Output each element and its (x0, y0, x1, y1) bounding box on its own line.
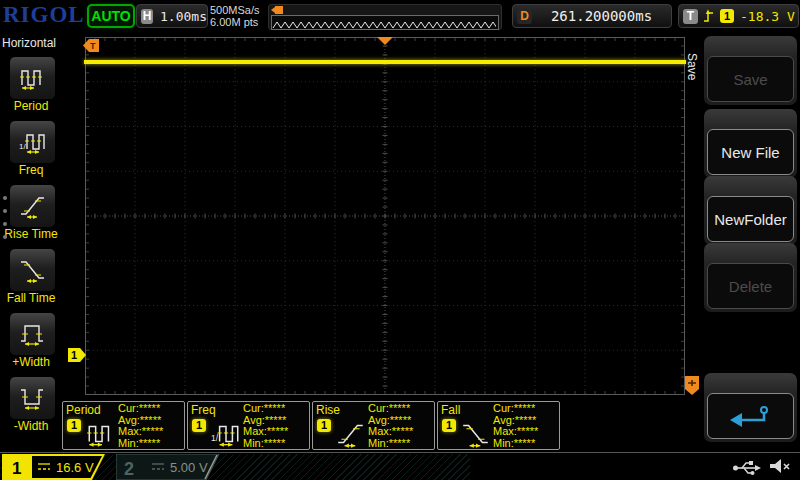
rise-icon (335, 420, 367, 448)
measurement-channel-badge: 1 (67, 419, 81, 432)
stat-value: ***** (514, 402, 535, 414)
sidebar-item-period-label: Period (0, 99, 62, 113)
sidebar-item-rise-time[interactable] (9, 184, 56, 228)
sidebar-item-minus-width[interactable] (9, 376, 56, 420)
sidebar-item-freq[interactable]: 1/ (9, 120, 56, 164)
measurement-name: Freq (191, 403, 216, 417)
stat-value: ***** (389, 437, 410, 449)
stat-value: ***** (140, 414, 161, 426)
memory-depth: 6.00M pts (210, 16, 260, 28)
measurement-panel-freq: Freq 1 1/ Cur:***** Avg:***** Max:***** … (187, 401, 310, 450)
delay-value: 261.200000ms (551, 8, 652, 24)
delete-button[interactable]: Delete (707, 263, 794, 309)
channel-status-bar: 1 16.6 V 2 5.00 V (0, 452, 800, 480)
trigger-source-chip: 1 (720, 9, 734, 23)
sidebar-item-plus-width[interactable] (9, 312, 56, 356)
stat-value: ***** (517, 425, 538, 437)
measurement-stats: Cur:***** Avg:***** Max:***** Min:***** (493, 403, 538, 449)
stat-value: ***** (265, 414, 286, 426)
save-button[interactable]: Save (707, 56, 794, 102)
sidebar-item-period[interactable] (9, 56, 56, 100)
stat-value: ***** (264, 402, 285, 414)
measurement-panel-period: Period 1 Cur:***** Avg:***** Max:***** M… (62, 401, 185, 450)
measurement-name: Period (66, 403, 101, 417)
minus-width-icon (18, 385, 48, 411)
trigger-level-marker (685, 376, 700, 396)
stat-value: ***** (515, 414, 536, 426)
stat-value: ***** (267, 425, 288, 437)
timebase-value: 1.00ms (160, 9, 207, 24)
stat-value: ***** (264, 437, 285, 449)
freq-icon: 1/ (18, 129, 48, 155)
freq-icon: 1/ (210, 420, 242, 448)
stat-value: ***** (392, 425, 413, 437)
svg-text:1/: 1/ (19, 142, 26, 151)
trigger-readout-box: T 1 -18.3 V (678, 4, 799, 28)
channel1-trace (84, 60, 686, 64)
rising-edge-icon (702, 8, 715, 24)
page-dot (3, 209, 7, 213)
trigger-level-value: -18.3 V (740, 9, 795, 24)
measurement-stats: Cur:***** Avg:***** Max:***** Min:***** (243, 403, 288, 449)
return-arrow-icon (728, 403, 774, 429)
trigger-position-marker (377, 37, 393, 45)
new-file-button[interactable]: New File (707, 129, 794, 175)
top-status-bar: RIGOL AUTO H 1.00ms 500MSa/s 6.00M pts D… (0, 0, 800, 31)
new-file-button-slot: New File (704, 109, 797, 178)
channel2-indicator[interactable]: 2 5.00 V (116, 454, 228, 480)
sidebar-item-minus-width-label: -Width (0, 419, 62, 433)
memory-position-arrow-icon (270, 6, 284, 14)
measurement-channel-badge: 1 (442, 419, 456, 432)
svg-text:1/: 1/ (211, 433, 219, 443)
memory-waveform-strip (271, 15, 499, 30)
stat-value: ***** (139, 402, 160, 414)
svg-text:1: 1 (71, 349, 77, 361)
channel1-indicator[interactable]: 1 16.6 V (2, 454, 114, 480)
stat-value: ***** (389, 402, 410, 414)
svg-text:2: 2 (124, 459, 134, 479)
svg-text:5.00 V: 5.00 V (170, 460, 208, 475)
usb-icon (732, 456, 762, 476)
acquisition-status-badge: AUTO (87, 4, 135, 28)
period-icon (85, 420, 117, 448)
h-key-chip: H (141, 9, 153, 24)
sample-rate: 500MSa/s (210, 4, 260, 16)
status-icons (732, 456, 792, 476)
t-key-chip: T (683, 9, 698, 24)
sidebar-item-freq-label: Freq (0, 163, 62, 177)
speaker-muted-icon (768, 456, 792, 476)
measurement-channel-badge: 1 (192, 419, 206, 432)
measurement-name: Fall (441, 403, 460, 417)
measurement-strip: Period 1 Cur:***** Avg:***** Max:***** M… (62, 401, 560, 450)
sidebar-item-fall-time[interactable] (9, 248, 56, 292)
save-button-slot: Save (704, 36, 797, 105)
fall-icon (460, 420, 492, 448)
save-soft-menu: Save Save New File NewFolder Delete (700, 31, 800, 452)
graticule (85, 37, 685, 395)
waveform-memory-preview (268, 4, 502, 30)
waveform-display-area: T 1 (85, 37, 685, 395)
stat-value: ***** (139, 437, 160, 449)
measurement-stats: Cur:***** Avg:***** Max:***** Min:***** (118, 403, 163, 449)
svg-text:16.6 V: 16.6 V (56, 460, 94, 475)
trigger-time-marker: T (83, 39, 100, 52)
new-folder-button[interactable]: NewFolder (707, 196, 794, 242)
back-button[interactable] (707, 393, 794, 439)
horizontal-timebase-box: H 1.00ms (136, 4, 208, 28)
rise-time-icon (18, 193, 48, 219)
fall-time-icon (18, 257, 48, 283)
measurement-channel-badge: 1 (317, 419, 331, 432)
sidebar-title: Horizontal (2, 36, 56, 50)
back-button-slot (704, 373, 797, 442)
period-icon (18, 65, 48, 91)
oscilloscope-screen: RIGOL AUTO H 1.00ms 500MSa/s 6.00M pts D… (0, 0, 800, 480)
channel1-level-marker: 1 (68, 348, 87, 362)
rigol-logo: RIGOL (3, 2, 85, 28)
page-dot (3, 222, 7, 226)
sidebar-item-fall-time-label: Fall Time (0, 291, 62, 305)
measurement-panel-fall: Fall 1 Cur:***** Avg:***** Max:***** Min… (437, 401, 560, 450)
stat-value: ***** (142, 425, 163, 437)
plus-width-icon (18, 321, 48, 347)
page-dot (3, 235, 7, 239)
page-dot (3, 196, 7, 200)
